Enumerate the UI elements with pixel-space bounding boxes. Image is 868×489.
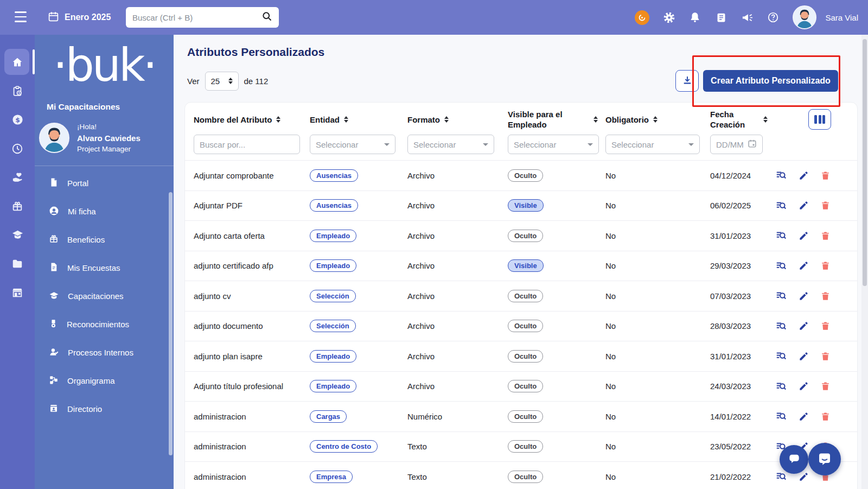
view-detail-icon[interactable] [775, 320, 787, 332]
view-detail-icon[interactable] [775, 350, 787, 362]
delete-trash-icon[interactable] [820, 351, 831, 361]
chat-widget-button[interactable] [808, 443, 841, 475]
cell-attribute-name: adjunto documento [194, 321, 310, 331]
period-label: Enero 2025 [65, 12, 111, 22]
export-download-button[interactable] [675, 70, 699, 92]
column-settings-button[interactable] [808, 109, 831, 130]
column-header-formato[interactable]: Formato [407, 115, 508, 124]
rail-documents-folder-icon[interactable] [0, 249, 35, 278]
rail-benefits-gift-icon[interactable] [0, 192, 35, 220]
support-widget-icon[interactable] [635, 10, 649, 25]
contact-card-icon [49, 403, 59, 415]
edit-pencil-icon[interactable] [799, 170, 809, 181]
filter-name-input[interactable]: Buscar por... [194, 135, 300, 154]
delete-trash-icon[interactable] [820, 411, 831, 422]
row-actions [775, 350, 848, 362]
filter-fecha-input[interactable]: DD/MM [710, 135, 763, 154]
view-detail-icon[interactable] [775, 260, 787, 272]
column-header-nombre[interactable]: Nombre del Atributo [194, 115, 310, 124]
period-selector[interactable]: Enero 2025 [48, 0, 111, 35]
filter-visible-select[interactable]: Seleccionar [508, 135, 599, 154]
sidebar-item-organigrama[interactable]: Organigrama [35, 367, 174, 395]
edit-pencil-icon[interactable] [799, 472, 809, 482]
medal-icon [49, 319, 58, 330]
edit-pencil-icon[interactable] [799, 321, 809, 331]
sidebar-scrollbar[interactable] [169, 192, 173, 455]
row-actions [775, 410, 848, 422]
sidebar-item-label: Procesos Internos [68, 348, 133, 357]
visibility-badge: Oculto [508, 410, 543, 423]
delete-trash-icon[interactable] [820, 321, 831, 331]
view-detail-icon[interactable] [775, 200, 787, 212]
delete-trash-icon[interactable] [820, 261, 831, 271]
sort-icon [653, 116, 658, 123]
edit-pencil-icon[interactable] [799, 411, 809, 422]
delete-trash-icon[interactable] [820, 200, 831, 211]
edit-pencil-icon[interactable] [799, 261, 809, 271]
per-page-value: 25 [211, 77, 220, 86]
sidebar-item-procesos-internos[interactable]: Procesos Internos [35, 339, 174, 367]
view-detail-icon[interactable] [775, 471, 787, 482]
rail-training-graduation-icon[interactable] [0, 220, 35, 249]
chevron-down-icon [483, 143, 488, 146]
view-detail-icon[interactable] [775, 410, 787, 422]
hamburger-menu-icon[interactable] [15, 11, 27, 22]
sidebar-item-capacitaciones[interactable]: Capacitaciones [35, 282, 174, 310]
rail-attendance-clipboard-icon[interactable] [0, 77, 35, 105]
notifications-bell-icon[interactable] [688, 11, 701, 24]
rail-time-clock-icon[interactable] [0, 134, 35, 163]
filter-obligatorio-select[interactable]: Seleccionar [605, 135, 700, 154]
sidebar-item-mis-encuestas[interactable]: Mis Encuestas [35, 254, 174, 282]
table-row: administracion Empresa Texto Oculto No 2… [185, 461, 857, 489]
view-detail-icon[interactable] [775, 169, 787, 181]
cell-created-date: 28/03/2023 [710, 321, 775, 331]
sidebar-item-beneficios[interactable]: Beneficios [35, 226, 174, 254]
delete-trash-icon[interactable] [820, 231, 831, 241]
sidebar-item-label: Portal [67, 179, 88, 188]
filter-placeholder: Seleccionar [316, 140, 358, 149]
help-icon[interactable] [767, 11, 780, 24]
per-page-select[interactable]: 25 [205, 72, 239, 91]
view-detail-icon[interactable] [775, 380, 787, 392]
rail-home-icon[interactable] [0, 48, 35, 77]
filter-entidad-select[interactable]: Seleccionar [310, 135, 395, 154]
column-header-visible[interactable]: Visible para el Empleado [508, 109, 605, 130]
cell-format: Archivo [407, 291, 508, 301]
stepper-arrows-icon [228, 78, 233, 85]
chat-bubble-button[interactable] [780, 445, 808, 474]
settings-gear-icon[interactable] [662, 11, 675, 24]
column-header-entidad[interactable]: Entidad [310, 115, 407, 124]
create-attribute-button[interactable]: Crear Atributo Personalizado [703, 70, 838, 92]
global-search-input[interactable]: Buscar (Ctrl + B) [126, 7, 279, 28]
filter-formato-select[interactable]: Seleccionar [407, 135, 494, 154]
sidebar-item-reconocimientos[interactable]: Reconocimientos [35, 310, 174, 339]
edit-pencil-icon[interactable] [799, 351, 809, 361]
cell-created-date: 07/03/2023 [710, 291, 775, 301]
entity-badge: Ausencias [310, 199, 358, 212]
user-avatar[interactable] [793, 5, 816, 29]
delete-trash-icon[interactable] [820, 170, 831, 181]
column-header-obligatorio[interactable]: Obligatorio [605, 115, 710, 124]
edit-pencil-icon[interactable] [799, 291, 809, 301]
delete-trash-icon[interactable] [820, 381, 831, 391]
rail-payroll-dollar-icon[interactable]: $ [0, 105, 35, 134]
scrollbar-thumb[interactable] [863, 39, 867, 286]
sidebar-item-directorio[interactable]: Directorio [35, 395, 174, 423]
view-detail-icon[interactable] [775, 290, 787, 302]
announcements-megaphone-icon[interactable] [741, 11, 754, 24]
visibility-badge: Visible [508, 199, 544, 212]
edit-pencil-icon[interactable] [799, 231, 809, 241]
delete-trash-icon[interactable] [820, 291, 831, 301]
view-detail-icon[interactable] [775, 230, 787, 242]
cell-required: No [605, 201, 710, 210]
column-header-fecha[interactable]: Fecha Creación [710, 109, 775, 130]
edit-pencil-icon[interactable] [799, 200, 809, 211]
edit-pencil-icon[interactable] [799, 381, 809, 391]
rail-marketplace-store-icon[interactable] [0, 278, 35, 307]
page-scrollbar[interactable] [861, 35, 868, 489]
sidebar-item-mi-ficha[interactable]: Mi ficha [35, 198, 174, 226]
news-document-icon[interactable] [714, 11, 727, 24]
rail-wellness-hand-heart-icon[interactable] [0, 163, 35, 192]
sidebar-item-portal[interactable]: Portal [35, 169, 174, 198]
cell-required: No [605, 442, 710, 451]
